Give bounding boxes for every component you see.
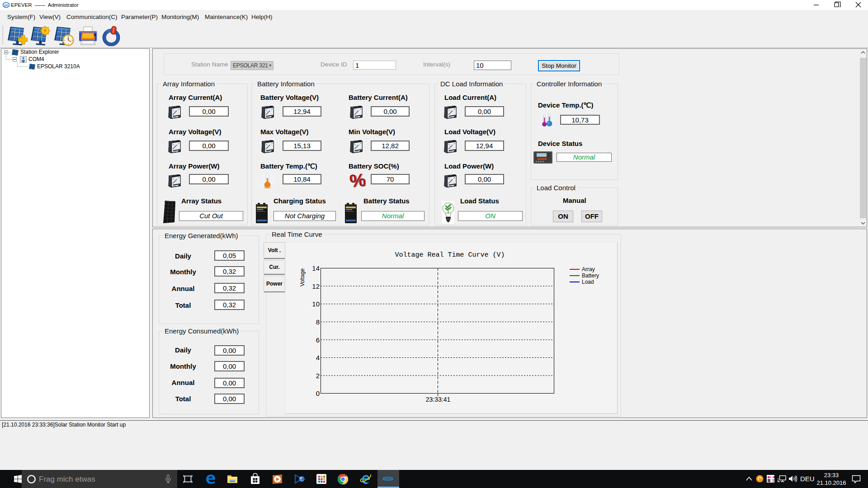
svg-text:T: T	[772, 479, 775, 483]
svg-text:EPEVER: EPEVER	[383, 478, 393, 480]
svg-text:EP: EP	[4, 4, 8, 7]
